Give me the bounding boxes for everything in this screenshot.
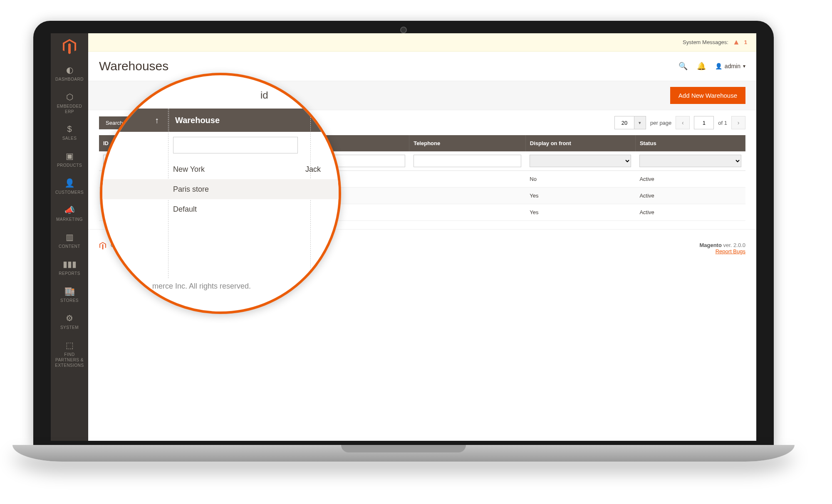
cell-display: Yes <box>525 204 635 221</box>
cell-telephone <box>409 204 526 221</box>
version-prefix: Magento <box>699 242 721 248</box>
per-page-label: per page <box>650 120 671 126</box>
gauge-icon: ◐ <box>52 65 87 75</box>
sidebar-item-label: SALES <box>62 136 77 141</box>
footer-right: Magento ver. 2.0.0 Report Bugs <box>699 242 745 254</box>
cell-status: Active <box>635 204 745 221</box>
lens-cell-right: Jack <box>305 165 339 174</box>
sidebar-item-label: MARKETING <box>56 217 83 222</box>
user-icon: 👤 <box>715 63 722 69</box>
dollar-icon: $ <box>52 124 87 134</box>
sidebar-item-dashboard[interactable]: ◐DASHBOARD <box>51 60 88 87</box>
page-of-label: of 1 <box>718 120 727 126</box>
page-number-input[interactable] <box>694 116 714 129</box>
col-status[interactable]: Status <box>635 135 745 151</box>
per-page-input[interactable] <box>614 116 634 129</box>
sidebar-item-content[interactable]: ▥CONTENT <box>51 227 88 254</box>
filter-display-select[interactable] <box>530 155 631 167</box>
system-messages-count: 1 <box>744 39 747 45</box>
camera-icon <box>400 27 407 33</box>
sidebar-item-label: STORES <box>60 298 79 303</box>
lens-filter-input[interactable] <box>173 137 298 153</box>
titlebar: Warehouses 🔍 🔔 👤 admin ▾ <box>88 52 756 78</box>
sidebar-item-marketing[interactable]: 📣MARKETING <box>51 200 88 227</box>
cell-display: No <box>525 171 635 188</box>
lens-header: ↑ Warehouse <box>102 109 339 132</box>
lens-row[interactable]: Paris store <box>102 179 339 199</box>
lens-id-fragment: id <box>260 89 268 101</box>
sidebar-item-label: EMBEDDED ERP <box>57 104 82 114</box>
sidebar-item-customers[interactable]: 👤CUSTOMERS <box>51 173 88 200</box>
sidebar-item-label: REPORTS <box>59 271 80 276</box>
layers-icon: ▥ <box>52 232 87 242</box>
notifications-icon[interactable]: 🔔 <box>697 62 706 71</box>
bars-icon: ▮▮▮ <box>52 259 87 269</box>
version-value: ver. 2.0.0 <box>722 242 745 248</box>
lens-warehouse-header[interactable]: Warehouse <box>169 109 220 132</box>
megaphone-icon: 📣 <box>52 205 87 215</box>
lens-row[interactable]: Default <box>102 199 339 219</box>
cube-icon: ▣ <box>52 151 87 161</box>
sidebar-item-sales[interactable]: $SALES <box>51 119 88 146</box>
cell-display: Yes <box>525 188 635 204</box>
lens-rows: New YorkJack Paris store Default <box>102 159 339 219</box>
sidebar-item-label: CUSTOMERS <box>55 190 84 195</box>
person-icon: 👤 <box>52 178 87 188</box>
system-messages-label: System Messages: <box>683 39 728 45</box>
filter-status-select[interactable] <box>639 155 741 167</box>
sidebar-item-system[interactable]: ⚙SYSTEM <box>51 308 88 335</box>
sidebar-item-label: FIND PARTNERS & EXTENSIONS <box>55 352 84 368</box>
lens-cell-name: Paris store <box>173 185 305 194</box>
next-page-button[interactable]: › <box>731 116 745 129</box>
sidebar: ◐DASHBOARD ⬡EMBEDDED ERP $SALES ▣PRODUCT… <box>51 33 88 441</box>
page-title: Warehouses <box>99 59 168 73</box>
add-warehouse-button[interactable]: Add New Warehouse <box>670 87 745 104</box>
search-icon[interactable]: 🔍 <box>678 62 688 71</box>
sidebar-item-label: SYSTEM <box>60 325 79 330</box>
magento-logo[interactable] <box>51 33 88 60</box>
chevron-down-icon: ▾ <box>743 63 745 69</box>
hex-icon: ⬡ <box>52 92 87 102</box>
cell-telephone <box>409 171 526 188</box>
lens-footer-text: merce Inc. All rights reserved. <box>152 282 251 291</box>
sidebar-item-stores[interactable]: 🏬STORES <box>51 281 88 308</box>
cell-status: Active <box>635 171 745 188</box>
report-bugs-link[interactable]: Report Bugs <box>716 248 745 254</box>
boxes-icon: ⬚ <box>52 340 87 350</box>
sidebar-item-partners[interactable]: ⬚FIND PARTNERS & EXTENSIONS <box>51 335 88 373</box>
sidebar-item-label: CONTENT <box>59 244 80 249</box>
col-telephone[interactable]: Telephone <box>409 135 526 151</box>
warning-icon: ▲ <box>733 38 740 47</box>
sidebar-item-reports[interactable]: ▮▮▮REPORTS <box>51 254 88 281</box>
sidebar-item-label: PRODUCTS <box>57 163 82 168</box>
magento-logo-icon <box>62 39 77 54</box>
sidebar-item-products[interactable]: ▣PRODUCTS <box>51 146 88 173</box>
magnifier-lens: id ↑ Warehouse New YorkJack Paris store … <box>100 73 341 314</box>
prev-page-button[interactable]: ‹ <box>676 116 690 129</box>
sidebar-item-embedded-erp[interactable]: ⬡EMBEDDED ERP <box>51 87 88 119</box>
cell-telephone <box>409 188 526 204</box>
magento-logo-icon <box>99 242 106 250</box>
filter-telephone-input[interactable] <box>414 155 522 167</box>
lens-cell-name: New York <box>173 165 305 174</box>
system-messages-bar[interactable]: System Messages: ▲ 1 <box>88 33 756 52</box>
per-page-select[interactable]: ▾ <box>614 116 646 129</box>
cell-status: Active <box>635 188 745 204</box>
laptop-base <box>12 445 795 462</box>
storefront-icon: 🏬 <box>52 286 87 296</box>
header-actions: 🔍 🔔 👤 admin ▾ <box>678 62 745 71</box>
user-menu[interactable]: 👤 admin ▾ <box>715 63 745 69</box>
gear-icon: ⚙ <box>52 313 87 323</box>
sidebar-item-label: DASHBOARD <box>55 77 84 82</box>
col-display[interactable]: Display on front <box>525 135 635 151</box>
chevron-down-icon[interactable]: ▾ <box>634 116 646 129</box>
user-name: admin <box>725 63 740 69</box>
lens-row[interactable]: New YorkJack <box>102 159 339 179</box>
lens-cell-name: Default <box>173 205 305 214</box>
